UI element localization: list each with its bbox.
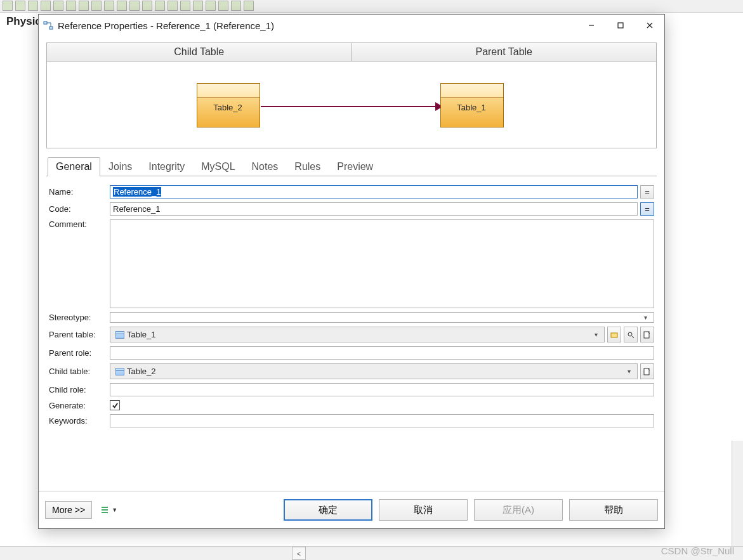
ok-button[interactable]: 确定 [284, 499, 372, 521]
svg-rect-11 [102, 507, 108, 508]
general-form: Name: Reference_1 = Code: = Comment: [46, 176, 657, 427]
list-icon [101, 505, 110, 514]
name-input[interactable]: Reference_1 [110, 185, 638, 199]
parent-table-properties-button[interactable] [640, 327, 654, 342]
reference-properties-dialog: Reference Properties - Reference_1 (Refe… [38, 14, 665, 529]
more-button[interactable]: More >> [45, 501, 92, 519]
svg-line-8 [632, 336, 634, 338]
tab-joins[interactable]: Joins [100, 157, 140, 176]
relationship-preview: Child Table Parent Table Table_2 Table_1 [46, 42, 657, 148]
keywords-input[interactable] [110, 414, 654, 427]
tab-general[interactable]: General [48, 157, 100, 176]
parent-table-find-button[interactable] [624, 327, 638, 342]
child-table-properties-button[interactable] [640, 363, 654, 379]
svg-rect-13 [102, 512, 108, 513]
menu-dropdown-button[interactable]: ▼ [98, 503, 120, 517]
reference-icon [43, 20, 54, 31]
scroll-left-button[interactable]: < [292, 547, 306, 560]
parent-role-label: Parent role: [49, 348, 110, 358]
child-table-header: Child Table [47, 43, 352, 62]
tab-strip: General Joins Integrity MySQL Notes Rule… [46, 157, 657, 176]
cancel-button[interactable]: 取消 [379, 499, 468, 521]
generate-checkbox[interactable] [110, 400, 120, 410]
stereotype-combo[interactable]: ▾ [110, 312, 654, 323]
tab-mysql[interactable]: MySQL [193, 157, 243, 176]
child-role-input[interactable] [110, 383, 654, 396]
svg-rect-12 [102, 509, 108, 511]
vertical-scrollbar[interactable] [732, 441, 743, 546]
parent-table-label: Parent table: [49, 330, 110, 339]
child-table-box: Table_2 [197, 83, 260, 127]
child-table-label: Child table: [49, 367, 110, 376]
background-toolbar [0, 0, 743, 13]
parent-table-name: Table_1 [441, 98, 502, 112]
titlebar: Reference Properties - Reference_1 (Refe… [39, 15, 664, 36]
horizontal-scrollbar[interactable]: < [0, 546, 743, 560]
code-sync-button[interactable]: = [640, 202, 654, 216]
parent-table-header: Parent Table [352, 43, 657, 62]
close-button[interactable] [635, 15, 664, 36]
parent-table-combo[interactable]: Table_1▾ [110, 327, 605, 342]
keywords-label: Keywords: [49, 416, 110, 426]
table-icon [115, 368, 124, 375]
parent-table-box: Table_1 [440, 83, 504, 127]
background-tab-label: Physic [6, 15, 41, 28]
parent-role-input[interactable] [110, 346, 654, 360]
dialog-footer: More >> ▼ 确定 取消 应用(A) 帮助 [39, 491, 664, 528]
tab-preview[interactable]: Preview [329, 157, 381, 176]
code-input[interactable] [110, 202, 638, 216]
generate-label: Generate: [49, 401, 110, 410]
name-label: Name: [49, 187, 110, 197]
svg-rect-6 [611, 333, 617, 337]
svg-rect-0 [44, 22, 47, 24]
svg-rect-3 [618, 23, 623, 28]
tab-rules[interactable]: Rules [286, 157, 329, 176]
dialog-title: Reference Properties - Reference_1 (Refe… [58, 20, 577, 31]
reference-arrow [261, 106, 440, 107]
maximize-button[interactable] [606, 15, 635, 36]
minimize-button[interactable] [577, 15, 606, 36]
help-button[interactable]: 帮助 [569, 499, 658, 521]
apply-button[interactable]: 应用(A) [474, 499, 563, 521]
comment-label: Comment: [49, 219, 110, 229]
tab-notes[interactable]: Notes [244, 157, 287, 176]
comment-textarea[interactable] [110, 219, 654, 308]
child-role-label: Child role: [49, 385, 110, 394]
child-table-combo[interactable]: Table_2▾ [110, 363, 638, 379]
svg-rect-1 [49, 27, 53, 29]
child-table-name: Table_2 [197, 98, 258, 112]
parent-table-browse-button[interactable] [607, 327, 621, 342]
svg-point-7 [628, 332, 632, 336]
table-icon [115, 331, 124, 339]
tab-integrity[interactable]: Integrity [140, 157, 193, 176]
name-sync-button[interactable]: = [640, 185, 654, 199]
stereotype-label: Stereotype: [49, 313, 110, 322]
code-label: Code: [49, 204, 110, 214]
